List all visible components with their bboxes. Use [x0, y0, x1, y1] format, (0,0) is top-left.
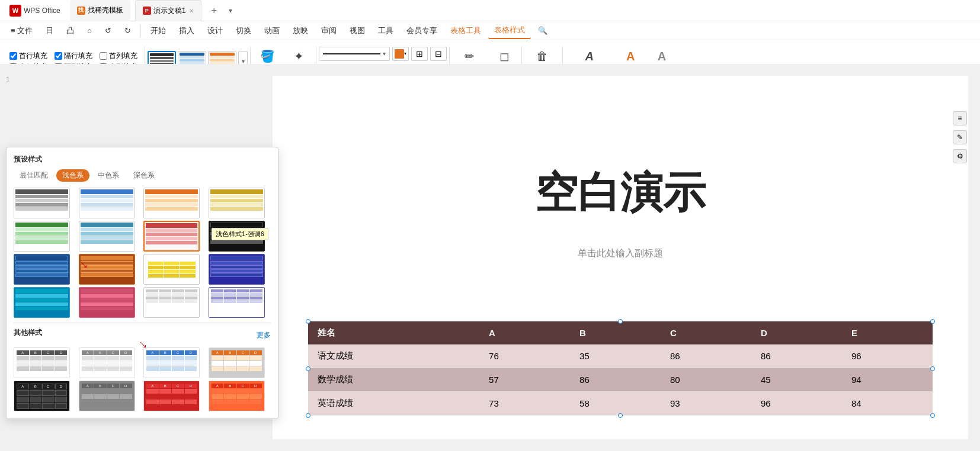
other-item-5[interactable]: ABCD [14, 381, 70, 411]
cell-shuxue-name[interactable]: 数学成绩 [308, 368, 479, 392]
cell-shuxue-a[interactable]: 57 [479, 368, 570, 392]
cell-shuxue-b[interactable]: 86 [570, 368, 661, 392]
menu-print[interactable]: 凸 [60, 23, 80, 38]
handle-bl[interactable] [306, 413, 310, 418]
tab-presentation[interactable]: P 演示文稿1 ✕ [135, 0, 202, 21]
menu-save[interactable]: 日 [40, 23, 59, 38]
style-item-6[interactable] [79, 221, 135, 252]
menu-insert[interactable]: 插入 [173, 23, 200, 38]
cell-yingyu-a[interactable]: 73 [479, 392, 570, 415]
menu-home[interactable]: ⌂ [81, 24, 98, 37]
cell-yuwen-e[interactable]: 96 [842, 344, 933, 368]
header-name[interactable]: 姓名 [308, 321, 479, 344]
menu-view[interactable]: 视图 [344, 23, 371, 38]
cell-yuwen-d[interactable]: 86 [751, 344, 842, 368]
cell-yuwen-a[interactable]: 76 [479, 344, 570, 368]
border-all-button[interactable]: ⊟ [430, 47, 447, 61]
menu-review[interactable]: 审阅 [315, 23, 342, 38]
menu-vip[interactable]: 会员专享 [401, 23, 443, 38]
sidebar-settings-icon[interactable]: ⚙ [953, 149, 967, 163]
slide-subtitle[interactable]: 单击此处输入副标题 [578, 247, 663, 260]
tab-dark[interactable]: 深色系 [127, 169, 161, 182]
style-item-11[interactable] [143, 254, 200, 285]
style-item-9[interactable] [14, 254, 70, 285]
tab-template[interactable]: 找 找稀壳模板 [70, 0, 130, 21]
style-item-5[interactable] [14, 221, 70, 252]
handle-tr[interactable] [930, 319, 935, 324]
table-row[interactable]: 语文成绩 76 35 86 86 96 [308, 344, 933, 368]
menu-undo[interactable]: ↺ [99, 24, 117, 37]
menu-slideshow[interactable]: 放映 [287, 23, 314, 38]
header-d[interactable]: D [751, 321, 842, 344]
slide-table[interactable]: 姓名 A B C D E 语文成绩 76 35 86 [308, 321, 933, 415]
header-b[interactable]: B [570, 321, 661, 344]
cell-shuxue-c[interactable]: 80 [661, 368, 751, 392]
firstcol-checkbox[interactable] [100, 52, 107, 60]
other-item-7[interactable]: ABCD [143, 381, 200, 411]
style-item-2[interactable] [79, 188, 135, 218]
style-item-1[interactable] [14, 188, 70, 218]
table-icon-button[interactable]: ⊞ [411, 47, 428, 61]
altrow-checkbox[interactable] [55, 52, 62, 60]
header-c[interactable]: C [661, 321, 751, 344]
menu-transition[interactable]: 切换 [230, 23, 257, 38]
cell-yuwen-b[interactable]: 35 [570, 344, 661, 368]
border-color-button[interactable]: ▾ [392, 47, 409, 61]
menu-tools[interactable]: 工具 [372, 23, 399, 38]
handle-bm[interactable] [618, 413, 623, 418]
sidebar-edit-icon[interactable]: ✎ [953, 130, 967, 144]
style-item-12[interactable] [209, 254, 265, 285]
cell-yuwen-name[interactable]: 语文成绩 [308, 344, 479, 368]
cell-yingyu-b[interactable]: 58 [570, 392, 661, 415]
menu-design[interactable]: 设计 [201, 23, 229, 38]
cell-yingyu-e[interactable]: 84 [842, 392, 933, 415]
style-item-7[interactable] [143, 221, 200, 252]
tab-medium[interactable]: 中色系 [92, 169, 125, 182]
style-item-3[interactable] [143, 188, 200, 218]
menu-redo[interactable]: ↻ [119, 24, 137, 37]
menu-animation[interactable]: 动画 [258, 23, 286, 38]
menu-table-style[interactable]: 表格样式 [488, 22, 531, 39]
more-styles-link[interactable]: 更多 [257, 330, 271, 340]
handle-tl[interactable] [306, 319, 310, 324]
style-item-16[interactable] [209, 287, 265, 318]
table-row[interactable]: 数学成绩 57 86 80 45 94 [308, 368, 933, 392]
border-style-select[interactable]: ▾ [319, 47, 390, 61]
style-item-4[interactable] [209, 188, 265, 218]
checkbox-firstrow[interactable]: 首行填充 [9, 51, 47, 61]
firstrow-checkbox[interactable] [9, 52, 17, 60]
handle-mr[interactable] [930, 366, 935, 371]
cell-yingyu-c[interactable]: 93 [661, 392, 751, 415]
checkbox-firstcol[interactable]: 首列填充 [100, 51, 137, 61]
other-item-2[interactable]: ABCD [79, 347, 135, 378]
other-item-6[interactable]: ABCD [79, 381, 135, 411]
tab-best-match[interactable]: 最佳匹配 [14, 169, 54, 182]
cell-yingyu-name[interactable]: 英语成绩 [308, 392, 479, 415]
other-item-4[interactable]: ABCD [209, 347, 265, 378]
style-item-14[interactable] [79, 287, 135, 318]
menu-table-tools[interactable]: 表格工具 [444, 23, 487, 38]
menu-file[interactable]: ≡ 文件 [5, 23, 39, 38]
slide-table-container[interactable]: 姓名 A B C D E 语文成绩 76 35 86 [308, 321, 933, 415]
style-item-15[interactable] [143, 287, 200, 318]
cell-shuxue-e[interactable]: 94 [842, 368, 933, 392]
cell-yuwen-c[interactable]: 86 [661, 344, 751, 368]
style-item-13[interactable] [14, 287, 70, 318]
other-item-8[interactable]: ABCD [209, 381, 265, 411]
handle-tm[interactable] [618, 319, 623, 324]
table-row[interactable]: 英语成绩 73 58 93 96 84 [308, 392, 933, 415]
handle-ml[interactable] [306, 366, 310, 371]
tab-more-button[interactable]: ▾ [226, 7, 235, 15]
other-item-1[interactable]: ABCD [14, 347, 70, 378]
cell-yingyu-d[interactable]: 96 [751, 392, 842, 415]
sidebar-layers-icon[interactable]: ≡ [953, 111, 967, 125]
header-a[interactable]: A [479, 321, 570, 344]
tab-light[interactable]: 浅色系 [56, 169, 89, 182]
checkbox-altrow[interactable]: 隔行填充 [55, 51, 92, 61]
handle-br[interactable] [930, 413, 935, 418]
header-e[interactable]: E [842, 321, 933, 344]
menu-start[interactable]: 开始 [145, 23, 172, 38]
other-item-3[interactable]: ABCD [143, 347, 200, 378]
new-tab-button[interactable]: + [206, 5, 221, 16]
wps-logo[interactable]: W WPS Office [5, 5, 65, 17]
